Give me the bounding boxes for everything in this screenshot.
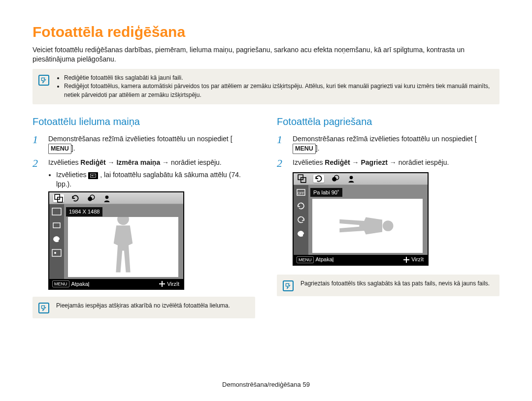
size-option-icon — [52, 221, 62, 230]
step-text: Izvēlieties — [293, 158, 325, 166]
step-text: Izvēlieties — [48, 158, 80, 166]
screen-caption: Pa labi 90˚ — [310, 188, 342, 197]
screen-photo — [68, 217, 178, 277]
dpad-icon — [159, 281, 165, 287]
screen-bottombar: MENU Atpakaļ Virzīt — [294, 255, 428, 265]
menu-chip: MENU — [52, 280, 69, 287]
back-label: Atpakaļ — [71, 280, 90, 288]
step-text: Demonstrēšanas režīmā izvēlieties fotoat… — [293, 135, 475, 143]
note-icon — [38, 75, 49, 86]
top-note-item: Rediģētie fotoattēli tiks saglabāti kā j… — [64, 74, 493, 82]
retouch-icon — [347, 175, 356, 183]
note-icon — [283, 280, 294, 291]
move-label: Virzīt — [167, 280, 179, 288]
step-bold: Rediģēt — [80, 158, 105, 166]
step-arrow: → — [108, 158, 117, 166]
step-number: 1 — [33, 134, 42, 154]
resize-note-box: Pieejamās iespējas atšķiras atkarībā no … — [33, 297, 255, 318]
page-footer: Demonstrēšana/rediģēšana 59 — [0, 381, 532, 388]
resize-note-text: Pieejamās iespējas atšķiras atkarībā no … — [56, 302, 230, 310]
screen-bottombar: MENU Atpakaļ Virzīt — [49, 279, 183, 289]
screen-iconbar — [294, 173, 428, 185]
svg-point-1 — [92, 175, 93, 176]
rotate-heading: Fotoattēla pagriešana — [277, 116, 499, 127]
step-number: 1 — [277, 134, 287, 154]
page-title: Fotoattēla rediģēšana — [33, 24, 499, 40]
footer-page-number: 59 — [302, 381, 309, 388]
svg-point-11 — [117, 217, 129, 225]
menu-button: MENU — [293, 144, 316, 154]
resize-step-2: 2 Izvēlieties Rediģēt → Izmēra maiņa → n… — [33, 158, 255, 290]
step-body: Izvēlieties Rediģēt → Izmēra maiņa → nor… — [48, 158, 255, 290]
rotate-note-text: Pagrieztais fotoattēls tiks saglabāts kā… — [300, 279, 490, 288]
column-resize: Fotoattēlu lieluma maiņa 1 Demonstrēšana… — [33, 116, 255, 330]
screen-sidebar: OFF — [294, 185, 308, 255]
resize-bullet: Izvēlieties , lai fotoattēlu saglabātu k… — [56, 170, 255, 189]
svg-text:OFF: OFF — [298, 191, 304, 195]
svg-rect-9 — [52, 249, 61, 256]
footer-section: Demonstrēšana/rediģēšana — [222, 381, 302, 388]
svg-point-6 — [105, 195, 109, 199]
note-icon — [38, 303, 49, 313]
filter-icon — [87, 194, 96, 202]
screen-photo — [312, 199, 423, 253]
resize-screen-preview: 1984 X 1488 MENU Atpakaļ — [48, 191, 184, 290]
svg-rect-0 — [91, 174, 96, 177]
screen-caption: 1984 X 1488 — [66, 207, 102, 216]
top-note-box: Rediģētie fotoattēli tiks saglabāti kā j… — [33, 69, 499, 104]
palette-icon — [52, 235, 62, 244]
step-number: 2 — [277, 158, 287, 266]
startup-image-icon — [88, 172, 98, 179]
top-note-list: Rediģētie fotoattēli tiks saglabāti kā j… — [64, 74, 493, 99]
back-label: Atpakaļ — [316, 256, 334, 263]
size-option-icon — [52, 207, 62, 216]
resize-heading: Fotoattēlu lieluma maiņa — [33, 116, 255, 127]
step-text: → norādiet iespēju. — [162, 158, 222, 166]
svg-point-18 — [383, 220, 394, 231]
retouch-icon — [102, 194, 111, 202]
dpad-icon — [403, 257, 409, 263]
step-body: Demonstrēšanas režīmā izvēlieties fotoat… — [293, 134, 499, 154]
menu-chip: MENU — [297, 256, 314, 263]
step-body: Demonstrēšanas režīmā izvēlieties fotoat… — [48, 134, 255, 154]
menu-button: MENU — [48, 144, 71, 154]
step-text: . — [73, 144, 75, 152]
step-text: . — [318, 144, 320, 152]
rotate-icon — [313, 175, 324, 183]
svg-point-2 — [94, 175, 95, 176]
resize-icon — [53, 194, 64, 202]
resize-icon — [298, 175, 306, 183]
svg-rect-8 — [53, 223, 60, 228]
rotate-icon — [71, 194, 80, 202]
step-arrow: → — [352, 158, 361, 166]
intro-paragraph: Veiciet fotoattēlu rediģēšanas darbības,… — [33, 45, 499, 64]
svg-point-10 — [54, 252, 56, 254]
top-note-item: Rediģējot fotoattēlus, kamera automātisk… — [64, 82, 493, 99]
svg-rect-7 — [52, 208, 61, 215]
rotate-screen-preview: OFF Pa labi 90˚ — [293, 172, 429, 266]
step-bold: Rediģēt — [325, 158, 350, 166]
rotate-option-icon: OFF — [296, 188, 306, 197]
move-label: Virzīt — [411, 256, 424, 263]
rotate-note-box: Pagrieztais fotoattēls tiks saglabāts kā… — [277, 275, 499, 296]
rotate-step-1: 1 Demonstrēšanas režīmā izvēlieties foto… — [277, 134, 499, 154]
step-number: 2 — [33, 158, 42, 290]
bullet-text: Izvēlieties — [56, 171, 88, 179]
step-text: Demonstrēšanas režīmā izvēlieties fotoat… — [48, 135, 231, 143]
step-body: Izvēlieties Rediģēt → Pagriezt → norādie… — [293, 158, 449, 266]
rotate-step-2: 2 Izvēlieties Rediģēt → Pagriezt → norād… — [277, 158, 499, 266]
startup-set-icon — [52, 248, 62, 257]
rotate-right-icon — [296, 202, 306, 211]
column-rotate: Fotoattēla pagriešana 1 Demonstrēšanas r… — [277, 116, 499, 330]
svg-point-15 — [350, 176, 353, 179]
step-bold: Izmēra maiņa — [116, 158, 160, 166]
rotate-left-icon — [296, 216, 306, 224]
step-text: → norādiet iespēju. — [390, 158, 449, 166]
resize-step-1: 1 Demonstrēšanas režīmā izvēlieties foto… — [33, 134, 255, 154]
palette-icon — [296, 229, 306, 238]
step-bold: Pagriezt — [361, 158, 387, 166]
filter-icon — [331, 175, 340, 183]
screen-sidebar — [49, 204, 64, 279]
screen-iconbar — [49, 192, 183, 204]
